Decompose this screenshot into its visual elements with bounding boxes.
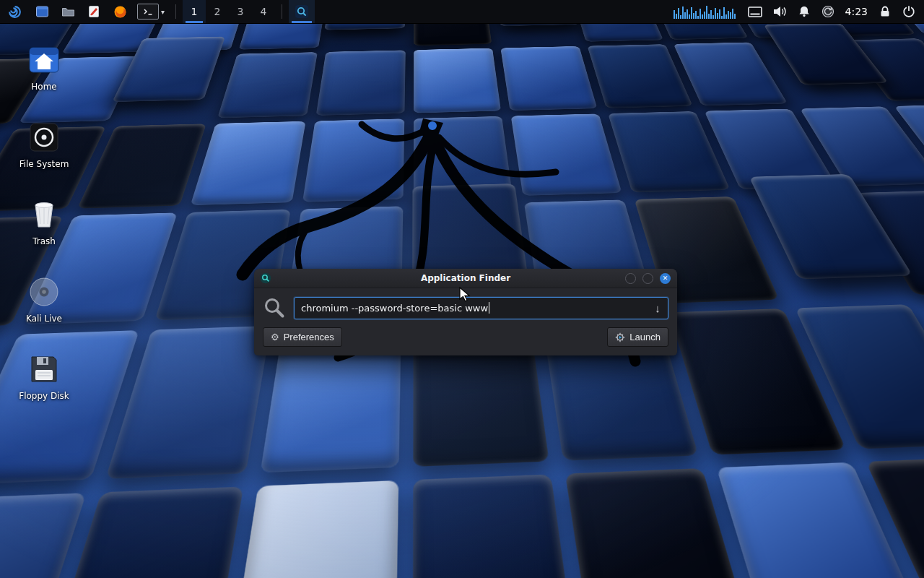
home-folder-icon — [27, 43, 61, 77]
desktop-icon-column: Home File System Trash Kali Live — [10, 38, 78, 424]
applications-menu-button[interactable] — [0, 0, 29, 23]
panel-separator — [175, 4, 176, 19]
workspace-2[interactable]: 2 — [206, 0, 229, 23]
display-icon[interactable] — [748, 7, 762, 17]
cube — [316, 50, 406, 116]
audio-spectrum-icon[interactable] — [674, 4, 737, 20]
notifications-bell-icon[interactable] — [798, 6, 811, 17]
cube — [414, 48, 502, 113]
cube — [225, 480, 398, 578]
cube — [191, 121, 306, 205]
gear-icon: ⚙ — [271, 332, 279, 342]
firefox-launcher[interactable] — [107, 0, 133, 23]
terminal-launcher[interactable]: ▾ — [133, 0, 169, 23]
cube — [674, 42, 788, 105]
search-icon — [263, 296, 286, 319]
cube — [501, 46, 598, 111]
desktop-icon-trash[interactable]: Trash — [10, 192, 78, 269]
dialog-body: chromium --password-store=basic www ↓ ⚙ … — [254, 288, 677, 355]
lock-icon[interactable] — [879, 6, 892, 17]
text-editor-launcher[interactable] — [81, 0, 107, 23]
optical-disc-icon — [27, 275, 61, 309]
minimize-button[interactable] — [625, 273, 636, 284]
firefox-icon — [113, 5, 127, 19]
text-editor-icon — [88, 5, 100, 18]
cube — [511, 113, 622, 196]
history-dropdown-button[interactable]: ↓ — [648, 298, 668, 319]
drive-icon — [27, 121, 61, 154]
command-entry: chromium --password-store=basic www ↓ — [294, 297, 668, 319]
window-title: Application Finder — [421, 273, 510, 283]
close-icon: ✕ — [663, 275, 668, 282]
panel-tray: 4:23 — [674, 4, 924, 20]
launch-button[interactable]: Launch — [607, 327, 668, 347]
cube — [302, 118, 404, 202]
volume-icon[interactable] — [773, 6, 787, 17]
floppy-icon — [27, 353, 61, 386]
terminal-icon — [137, 4, 159, 20]
workspace-4[interactable]: 4 — [252, 0, 275, 23]
workspace-1[interactable]: 1 — [183, 0, 206, 23]
cube — [588, 44, 693, 108]
command-input[interactable]: chromium --password-store=basic www — [295, 302, 648, 314]
app-finder-taskbar-button[interactable] — [289, 0, 315, 23]
updates-icon[interactable] — [821, 5, 834, 18]
kali-menu-icon — [7, 4, 22, 20]
folder-icon — [61, 6, 75, 17]
top-panel: ▾ 1 2 3 4 — [0, 0, 924, 24]
clock[interactable]: 4:23 — [845, 6, 868, 17]
app-finder-window-icon — [260, 272, 271, 284]
panel-separator — [282, 4, 282, 19]
cube — [412, 474, 580, 578]
logout-power-icon[interactable] — [902, 5, 915, 18]
window-controls: ✕ — [625, 273, 671, 284]
application-finder-window: Application Finder ✕ chromium --password… — [254, 269, 677, 355]
desktop-icon-kali-live[interactable]: Kali Live — [10, 269, 78, 347]
cube — [217, 52, 318, 118]
desktop-icon-floppy-disk[interactable]: Floppy Disk — [10, 347, 78, 424]
app-finder-icon — [295, 4, 309, 19]
launch-run-icon — [615, 332, 625, 342]
folder-launcher[interactable] — [55, 0, 81, 23]
text-caret — [489, 302, 489, 314]
desktop-icon-home[interactable]: Home — [10, 38, 78, 115]
file-manager-icon — [35, 5, 49, 18]
close-button[interactable]: ✕ — [660, 273, 671, 284]
terminal-dropdown-icon[interactable]: ▾ — [161, 8, 165, 16]
workspace-3[interactable]: 3 — [229, 0, 252, 23]
maximize-button[interactable] — [642, 273, 653, 284]
file-manager-launcher[interactable] — [29, 0, 55, 23]
preferences-button[interactable]: ⚙ Preferences — [263, 327, 342, 347]
panel-left: ▾ 1 2 3 4 — [0, 0, 315, 23]
desktop-icon-file-system[interactable]: File System — [10, 115, 78, 192]
titlebar[interactable]: Application Finder ✕ — [254, 269, 677, 288]
down-arrow-icon: ↓ — [655, 302, 661, 314]
trash-empty-icon — [27, 198, 61, 231]
cube — [0, 493, 87, 578]
